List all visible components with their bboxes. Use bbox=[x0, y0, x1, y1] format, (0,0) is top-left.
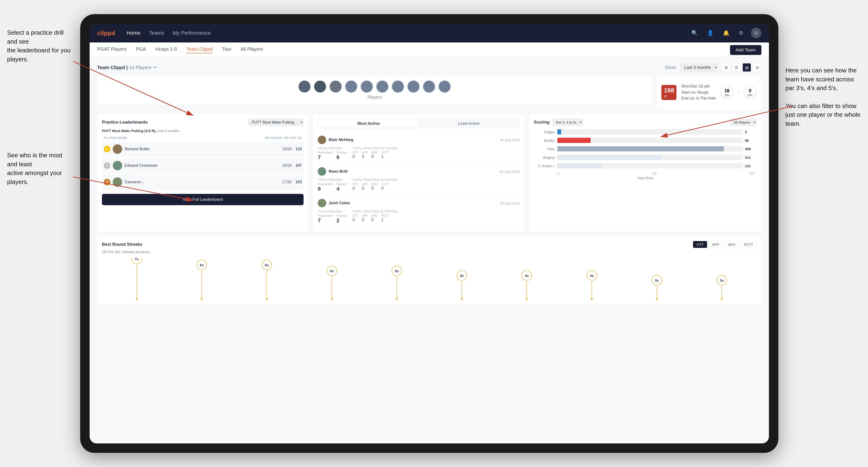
view-full-leaderboard-button[interactable]: View Full Leaderboard bbox=[102, 194, 304, 205]
subnav-pga[interactable]: PGA bbox=[136, 46, 146, 53]
pa-header-2: Rees Britt 02 Sep 2023 bbox=[318, 167, 519, 176]
player-avatar-7[interactable] bbox=[392, 80, 404, 93]
streak-bubble-9: 3x bbox=[717, 275, 727, 285]
streak-line-8 bbox=[657, 286, 657, 298]
bar-fill-dbogeys bbox=[557, 163, 602, 168]
player-avatar-9[interactable] bbox=[423, 80, 435, 93]
scoring-bar-chart: Eagles 3 Birdies 96 bbox=[534, 129, 757, 180]
pa-avatar-3 bbox=[318, 199, 326, 207]
lb-avatar-3 bbox=[113, 177, 122, 187]
edit-team-icon[interactable]: ✏ bbox=[153, 65, 157, 70]
streaks-filter-putt[interactable]: PUTT bbox=[740, 241, 757, 248]
streak-bubble-col-1: 6x bbox=[169, 260, 235, 300]
scoring-players-select[interactable]: All Players bbox=[730, 119, 757, 126]
streaks-filter-arg[interactable]: ARG bbox=[724, 241, 739, 248]
player-avatar-8[interactable] bbox=[407, 80, 420, 93]
scoring-card-header: Scoring Par 3, 4 & 5s All Players bbox=[534, 119, 757, 126]
streak-bubble-6: 4x bbox=[522, 270, 532, 281]
grid-view-btn[interactable]: ⊞ bbox=[722, 63, 730, 72]
nav-logo: clippd bbox=[97, 30, 115, 37]
streak-line-7 bbox=[592, 282, 592, 298]
settings-icon[interactable]: ⚙ bbox=[737, 28, 745, 38]
bar-fill-eagles bbox=[557, 129, 561, 134]
lb-table-header: PLAYER NAME PB SCORE PB AVG SQ bbox=[102, 136, 304, 139]
player-avatar-5[interactable] bbox=[361, 80, 373, 93]
pa-header-3: Josh Coles 26 Aug 2023 bbox=[318, 199, 519, 207]
list-view-btn[interactable]: ☰ bbox=[732, 63, 741, 72]
add-team-button[interactable]: Add Team bbox=[730, 45, 762, 55]
pa-name-3: Josh Coles bbox=[329, 201, 350, 206]
card-view-btn[interactable]: ▤ bbox=[743, 63, 751, 72]
lb-rank-3: 3 bbox=[104, 179, 111, 185]
show-period-select[interactable]: Last 3 months Last 6 months Last year bbox=[680, 63, 718, 72]
player-avatar-2[interactable] bbox=[314, 80, 327, 93]
streaks-section: Best Round Streaks OTT APP ARG PUTT Off … bbox=[97, 236, 762, 305]
streak-dot-3 bbox=[331, 298, 333, 300]
player-avatar-3[interactable] bbox=[329, 80, 342, 93]
streak-bubble-col-7: 4x bbox=[559, 270, 624, 300]
subnav-team-clippd[interactable]: Team Clippd bbox=[186, 46, 213, 53]
nav-item-teams[interactable]: Teams bbox=[149, 30, 164, 36]
shot-badge-sub: sc bbox=[664, 94, 674, 98]
pa-tournament-value-1: 7 bbox=[318, 154, 333, 160]
streak-bubble-col-8: 3x bbox=[624, 275, 689, 300]
streak-dot-7 bbox=[591, 298, 593, 300]
player-avatar-1[interactable] bbox=[298, 80, 311, 93]
bar-fill-birdies bbox=[557, 138, 591, 143]
pa-tournament-group: Tournament 7 bbox=[318, 151, 333, 160]
arrow-icon: → bbox=[736, 90, 741, 95]
scoring-filter-select[interactable]: Par 3, 4 & 5s bbox=[552, 119, 583, 126]
tab-least-active[interactable]: Least Active bbox=[418, 119, 519, 128]
lb-avg-2: 107 bbox=[296, 163, 302, 168]
team-name: Team Clippd | 14 Players bbox=[97, 65, 151, 70]
shot-circles: 16 yds → 0 yds bbox=[720, 86, 757, 99]
streak-dot-1 bbox=[201, 298, 203, 300]
player-avatar-6[interactable] bbox=[376, 80, 389, 93]
subnav-hcaps[interactable]: Hcaps 1-5 bbox=[155, 46, 177, 53]
bar-dbogeys: D. Bogeys + 131 bbox=[536, 163, 754, 168]
streaks-header: Best Round Streaks OTT APP ARG PUTT bbox=[102, 241, 757, 248]
pa-name-group-2: Rees Britt bbox=[318, 167, 347, 176]
streak-bubble-8: 3x bbox=[652, 275, 662, 285]
streaks-filter-group: OTT APP ARG PUTT bbox=[693, 241, 757, 248]
bar-label-pars: Pars bbox=[536, 147, 555, 151]
lb-score-2: 18/20 bbox=[282, 163, 292, 168]
avatar[interactable]: U bbox=[751, 28, 762, 38]
streak-dot-6 bbox=[526, 298, 528, 300]
three-col-grid: Practice Leaderboards PUTT Must Make Put… bbox=[97, 114, 762, 231]
streaks-filter-app[interactable]: APP bbox=[709, 241, 723, 248]
person-icon[interactable]: 👤 bbox=[705, 28, 715, 38]
player-avatar-10[interactable] bbox=[438, 80, 451, 93]
team-header: Team Clippd | 14 Players ✏ Show: Last 3 … bbox=[97, 63, 762, 72]
lb-rank-1: 1 bbox=[104, 146, 111, 152]
nav-item-performance[interactable]: My Performance bbox=[173, 30, 211, 36]
bar-container-pars bbox=[557, 146, 743, 151]
streak-bubble-4: 5x bbox=[392, 266, 402, 276]
streak-bubble-5: 4x bbox=[457, 270, 467, 281]
subnav-all-players[interactable]: All Players bbox=[241, 46, 263, 53]
tab-most-active[interactable]: Most Active bbox=[318, 119, 418, 128]
player-avatar-4[interactable] bbox=[345, 80, 358, 93]
lb-name-1: Richard Butler bbox=[125, 147, 282, 151]
shot-circle-1: 16 yds bbox=[720, 86, 734, 99]
pa-tournament-label: Tournament bbox=[318, 151, 333, 154]
bar-fill-bogeys bbox=[557, 155, 661, 160]
search-icon[interactable]: 🔍 bbox=[689, 28, 700, 38]
players-label: Players bbox=[368, 95, 382, 100]
nav-item-home[interactable]: Home bbox=[127, 30, 141, 36]
lb-col-player: PLAYER NAME bbox=[104, 136, 263, 139]
shot-badge: 198 sc bbox=[661, 85, 677, 100]
nav-items: Home Teams My Performance bbox=[127, 30, 689, 36]
subnav-pgat[interactable]: PGAT Players bbox=[97, 46, 127, 53]
streak-line-0 bbox=[136, 265, 137, 298]
pa-total-rounds-1: Total Rounds Tournament 7 Practice 6 bbox=[318, 147, 347, 160]
lb-avatar-1 bbox=[113, 144, 122, 154]
bell-icon[interactable]: 🔔 bbox=[721, 28, 731, 38]
lb-score-3: 17/20 bbox=[282, 180, 292, 184]
streaks-filter-ott[interactable]: OTT bbox=[693, 241, 707, 248]
lb-filter-select[interactable]: PUTT Must Make Putting... bbox=[248, 119, 304, 126]
practice-leaderboards-card: Practice Leaderboards PUTT Must Make Put… bbox=[97, 114, 308, 231]
table-view-btn[interactable]: ⊟ bbox=[753, 63, 762, 72]
subnav-tour[interactable]: Tour bbox=[222, 46, 231, 53]
bar-container-birdies bbox=[557, 138, 743, 143]
